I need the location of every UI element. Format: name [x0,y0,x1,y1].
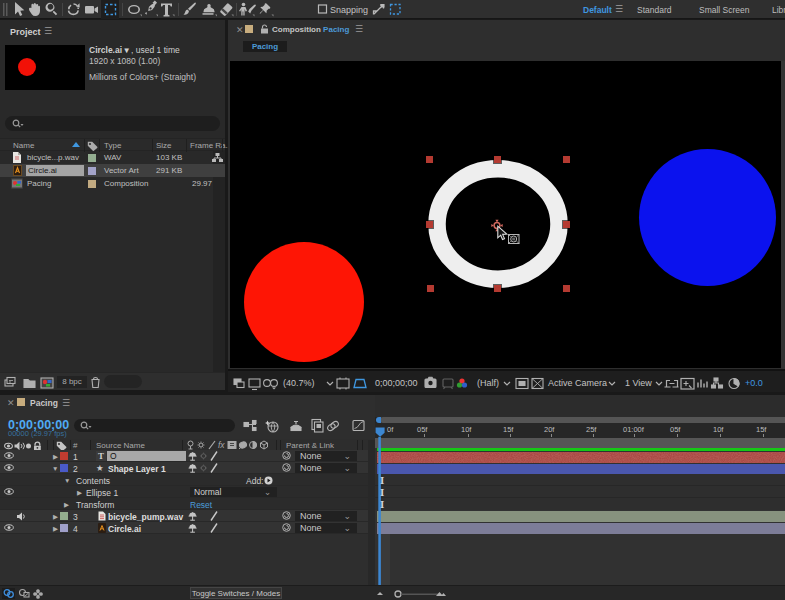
svg-text:Snapping: Snapping [330,5,368,15]
svg-text:fx: fx [218,440,225,450]
